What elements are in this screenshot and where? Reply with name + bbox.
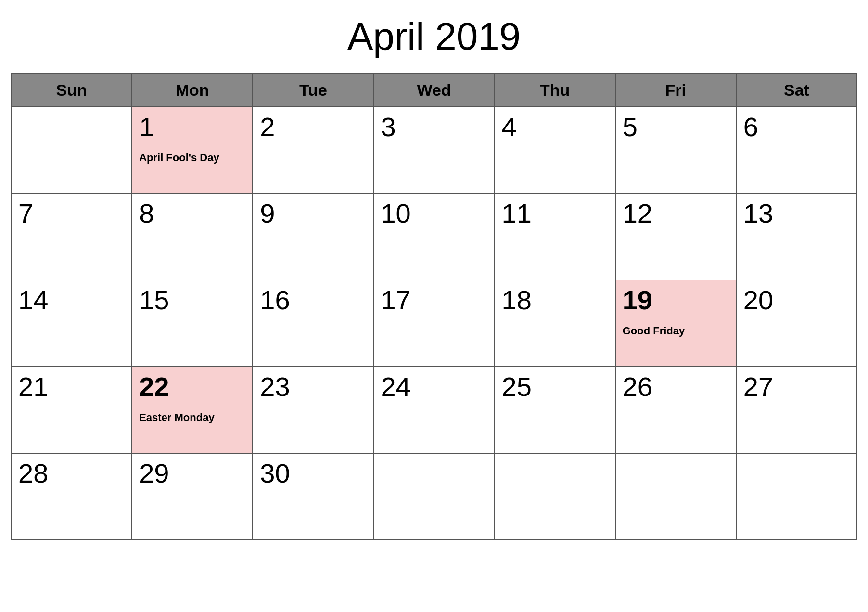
day-number: 19	[623, 285, 729, 315]
calendar-cell: 30	[253, 453, 373, 540]
day-number: 15	[139, 285, 245, 315]
day-number: 29	[139, 459, 245, 488]
calendar-cell: 17	[373, 280, 494, 367]
calendar-cell	[373, 453, 494, 540]
calendar-cell	[615, 453, 736, 540]
calendar-cell: 18	[495, 280, 615, 367]
day-number: 23	[260, 372, 366, 402]
day-number: 27	[743, 372, 850, 402]
day-number: 14	[18, 285, 125, 315]
day-number: 7	[18, 199, 125, 229]
calendar-body: 1April Fool's Day23456789101112131415161…	[11, 107, 857, 540]
week-row-5: 282930	[11, 453, 857, 540]
calendar-cell: 23	[253, 367, 373, 453]
calendar-table: SunMonTueWedThuFriSat 1April Fool's Day2…	[11, 73, 857, 540]
day-number: 11	[502, 199, 608, 229]
day-number: 1	[139, 112, 245, 142]
holiday-label: April Fool's Day	[139, 152, 245, 164]
calendar-cell: 5	[615, 107, 736, 193]
calendar-title: April 2019	[11, 10, 857, 64]
calendar-cell: 8	[132, 193, 253, 280]
calendar-cell: 9	[253, 193, 373, 280]
day-number: 24	[381, 372, 487, 402]
day-number: 17	[381, 285, 487, 315]
day-number: 9	[260, 199, 366, 229]
column-header-thu: Thu	[495, 74, 615, 107]
calendar-cell: 14	[11, 280, 132, 367]
day-number: 21	[18, 372, 125, 402]
week-row-1: 1April Fool's Day23456	[11, 107, 857, 193]
calendar-cell: 16	[253, 280, 373, 367]
calendar-cell: 12	[615, 193, 736, 280]
day-number: 30	[260, 459, 366, 488]
holiday-label: Good Friday	[623, 325, 729, 337]
column-header-tue: Tue	[253, 74, 373, 107]
day-number: 28	[18, 459, 125, 488]
column-header-fri: Fri	[615, 74, 736, 107]
day-number: 6	[743, 112, 850, 142]
calendar-cell: 15	[132, 280, 253, 367]
calendar-header-row: SunMonTueWedThuFriSat	[11, 74, 857, 107]
week-row-3: 141516171819Good Friday20	[11, 280, 857, 367]
day-number: 4	[502, 112, 608, 142]
day-number: 8	[139, 199, 245, 229]
calendar-container: April 2019 SunMonTueWedThuFriSat 1April …	[11, 10, 857, 540]
holiday-label: Easter Monday	[139, 411, 245, 424]
day-number: 13	[743, 199, 850, 229]
calendar-cell: 1April Fool's Day	[132, 107, 253, 193]
calendar-cell: 21	[11, 367, 132, 453]
day-number: 16	[260, 285, 366, 315]
calendar-cell: 11	[495, 193, 615, 280]
day-number: 2	[260, 112, 366, 142]
calendar-cell: 25	[495, 367, 615, 453]
day-number: 12	[623, 199, 729, 229]
day-number: 5	[623, 112, 729, 142]
calendar-cell: 4	[495, 107, 615, 193]
calendar-cell: 24	[373, 367, 494, 453]
column-header-sun: Sun	[11, 74, 132, 107]
day-number: 3	[381, 112, 487, 142]
calendar-cell: 7	[11, 193, 132, 280]
calendar-cell: 6	[736, 107, 857, 193]
day-number: 25	[502, 372, 608, 402]
week-row-2: 78910111213	[11, 193, 857, 280]
calendar-cell: 20	[736, 280, 857, 367]
calendar-cell	[11, 107, 132, 193]
column-header-mon: Mon	[132, 74, 253, 107]
calendar-cell: 22Easter Monday	[132, 367, 253, 453]
calendar-cell: 26	[615, 367, 736, 453]
calendar-cell: 3	[373, 107, 494, 193]
calendar-cell	[495, 453, 615, 540]
calendar-cell: 10	[373, 193, 494, 280]
day-number: 22	[139, 372, 245, 402]
day-number: 10	[381, 199, 487, 229]
day-number: 20	[743, 285, 850, 315]
calendar-cell: 28	[11, 453, 132, 540]
week-row-4: 2122Easter Monday2324252627	[11, 367, 857, 453]
calendar-cell: 19Good Friday	[615, 280, 736, 367]
calendar-cell	[736, 453, 857, 540]
calendar-cell: 2	[253, 107, 373, 193]
column-header-wed: Wed	[373, 74, 494, 107]
calendar-cell: 29	[132, 453, 253, 540]
day-number: 18	[502, 285, 608, 315]
calendar-cell: 27	[736, 367, 857, 453]
calendar-cell: 13	[736, 193, 857, 280]
column-header-sat: Sat	[736, 74, 857, 107]
day-number: 26	[623, 372, 729, 402]
